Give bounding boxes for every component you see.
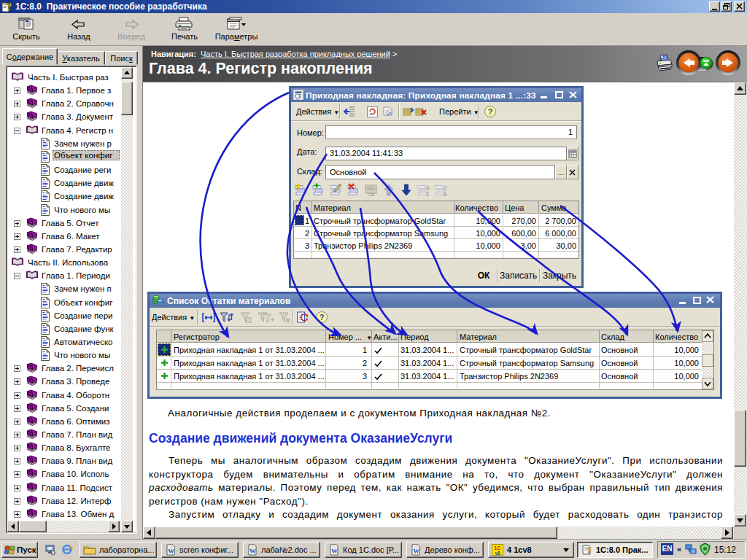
svg-text:Z: Z	[444, 184, 447, 191]
svg-text:A: A	[426, 184, 430, 191]
svg-text:A: A	[444, 191, 447, 198]
svg-text:?: ?	[7, 1, 12, 12]
svg-text:v8: v8	[495, 551, 500, 556]
svg-text:OK: OK	[368, 192, 375, 197]
svg-text:?: ?	[488, 107, 493, 116]
svg-text:?: ?	[587, 546, 592, 555]
svg-text:?: ?	[320, 313, 325, 322]
svg-text:Z: Z	[426, 191, 430, 198]
